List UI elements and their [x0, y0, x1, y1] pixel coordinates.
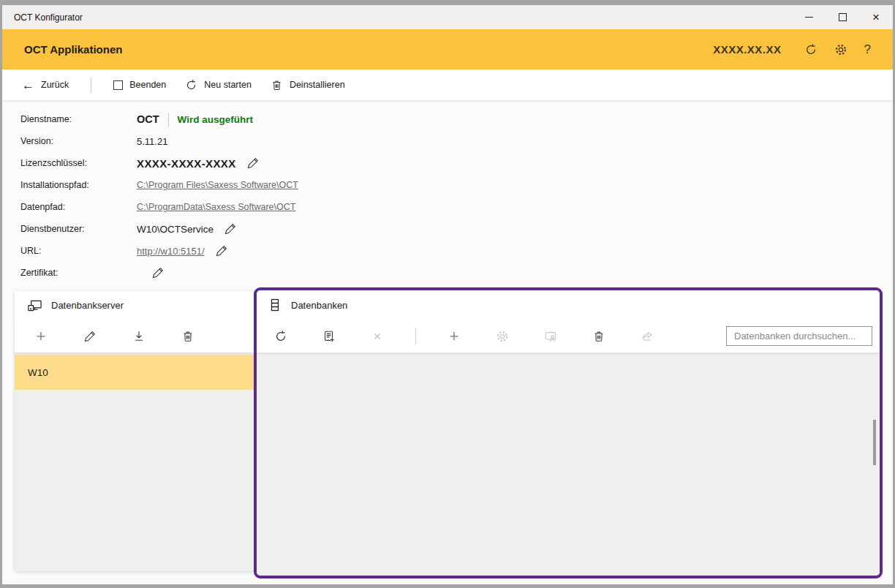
devices-icon: [27, 298, 42, 313]
header-refresh-button[interactable]: [804, 43, 817, 56]
edit-zertifikat-button[interactable]: [150, 265, 166, 281]
db-panel-header: Datenbanken: [257, 290, 880, 320]
version-label: Version:: [20, 136, 137, 146]
url-link[interactable]: http://w10:5151/: [137, 246, 205, 257]
lizenz-value: XXXX-XXXX-XXXX: [137, 157, 236, 170]
close-icon: ×: [373, 329, 381, 343]
server-list-item-w10[interactable]: W10: [15, 355, 255, 390]
delete-database-button[interactable]: [584, 323, 613, 350]
detail-row-zertifikat: Zertifikat:: [20, 262, 298, 284]
status-divider: [168, 113, 169, 127]
restart-service-button[interactable]: Neu starten: [185, 79, 252, 91]
gear-icon: [834, 43, 847, 56]
stop-label: Beenden: [129, 80, 166, 90]
share-database-button[interactable]: [632, 323, 662, 350]
installationspfad-link[interactable]: C:\Program Files\Saxess Software\OCT: [137, 180, 298, 190]
maximize-icon: [839, 13, 847, 21]
app-window: OCT Konfigurator × OCT Applikationen XXX…: [0, 0, 895, 588]
back-button[interactable]: ← Zurück: [22, 79, 69, 91]
import-server-button[interactable]: [124, 323, 154, 350]
database-icon: [268, 298, 282, 312]
user-box-icon: [544, 330, 557, 343]
toolbar-divider: [415, 328, 416, 344]
pencil-icon: [246, 157, 260, 170]
pencil-icon: [151, 266, 165, 279]
refresh-icon: [274, 330, 287, 343]
dienstbenutzer-label: Dienstbenutzer:: [20, 224, 137, 234]
trash-icon: [271, 79, 283, 91]
detail-row-dienstname: Dienstname: OCT Wird ausgeführt: [20, 108, 298, 130]
import-icon: [132, 330, 146, 343]
installationspfad-label: Installationspfad:: [20, 180, 137, 190]
pencil-icon: [83, 330, 97, 343]
edit-lizenz-button[interactable]: [245, 155, 261, 171]
edit-server-button[interactable]: [75, 323, 105, 350]
zertifikat-label: Zertifikat:: [20, 268, 137, 278]
add-server-button[interactable]: +: [26, 323, 56, 350]
stop-icon: [113, 80, 123, 90]
server-list: W10: [15, 353, 255, 571]
detail-row-lizenz: Lizenzschlüssel: XXXX-XXXX-XXXX: [20, 152, 298, 174]
version-value: 5.11.21: [137, 136, 167, 147]
database-server-panel: Datenbankserver + W10: [15, 291, 255, 571]
stop-service-button[interactable]: Beenden: [113, 80, 166, 90]
header-settings-button[interactable]: [834, 43, 847, 56]
database-settings-button[interactable]: [488, 323, 517, 350]
lizenz-label: Lizenzschlüssel:: [20, 158, 137, 168]
restart-label: Neu starten: [204, 80, 252, 90]
dienstname-value: OCT: [137, 113, 159, 125]
db-list-area: [257, 353, 880, 576]
close-button[interactable]: ×: [859, 5, 893, 29]
db-panel-title: Datenbanken: [291, 300, 347, 311]
delete-server-button[interactable]: [173, 323, 203, 350]
cancel-button[interactable]: ×: [363, 323, 392, 350]
minimize-button[interactable]: [792, 5, 826, 29]
detail-row-version: Version: 5.11.21: [20, 130, 298, 152]
refresh-databases-button[interactable]: [266, 323, 295, 350]
version-placeholder: XXXX.XX.XX: [713, 43, 781, 56]
database-search-input[interactable]: [726, 326, 872, 346]
datenpfad-label: Datenpfad:: [20, 202, 137, 212]
back-label: Zurück: [41, 80, 69, 90]
server-panel-toolbar: +: [15, 320, 255, 353]
close-icon: ×: [872, 11, 880, 23]
detail-row-installationspfad: Installationspfad: C:\Program Files\Saxe…: [20, 174, 298, 196]
minimize-icon: [805, 17, 813, 18]
datenpfad-link[interactable]: C:\ProgramData\Saxess Software\OCT: [137, 202, 295, 212]
database-users-button[interactable]: [536, 323, 565, 350]
script-add-icon: [322, 330, 336, 343]
maximize-button[interactable]: [826, 5, 859, 29]
databases-panel: Datenbanken × +: [254, 287, 883, 578]
refresh-icon: [804, 43, 817, 56]
trash-icon: [592, 330, 605, 343]
content-area: Dienstname: OCT Wird ausgeführt Version:…: [2, 100, 893, 584]
uninstall-button[interactable]: Deinstallieren: [271, 79, 345, 91]
edit-dienstbenutzer-button[interactable]: [222, 221, 238, 237]
uninstall-label: Deinstallieren: [290, 80, 345, 90]
dienstbenutzer-value: W10\OCTService: [137, 224, 214, 235]
help-icon: ?: [864, 42, 871, 57]
window-controls: ×: [792, 5, 893, 29]
url-label: URL:: [20, 246, 137, 256]
pencil-icon: [224, 222, 237, 235]
pencil-icon: [215, 244, 228, 257]
server-panel-header: Datenbankserver: [15, 291, 255, 320]
detail-row-datenpfad: Datenpfad: C:\ProgramData\Saxess Softwar…: [20, 196, 298, 218]
gear-icon: [496, 330, 509, 343]
page-title: OCT Applikationen: [24, 43, 713, 56]
add-from-script-button[interactable]: [314, 323, 344, 350]
header-help-button[interactable]: ?: [864, 42, 871, 57]
add-database-button[interactable]: +: [439, 323, 469, 350]
service-details: Dienstname: OCT Wird ausgeführt Version:…: [20, 108, 298, 284]
title-bar: OCT Konfigurator ×: [2, 5, 893, 29]
server-panel-title: Datenbankserver: [51, 300, 124, 311]
window-title: OCT Konfigurator: [2, 12, 792, 23]
detail-row-url: URL: http://w10:5151/: [20, 240, 298, 262]
trash-icon: [181, 330, 195, 343]
header-actions: XXXX.XX.XX ?: [713, 42, 871, 57]
app-header: OCT Applikationen XXXX.XX.XX ?: [2, 29, 893, 69]
edit-url-button[interactable]: [214, 243, 230, 259]
scrollbar-thumb[interactable]: [873, 420, 876, 465]
add-icon: +: [450, 328, 459, 344]
detail-row-dienstbenutzer: Dienstbenutzer: W10\OCTService: [20, 218, 298, 240]
